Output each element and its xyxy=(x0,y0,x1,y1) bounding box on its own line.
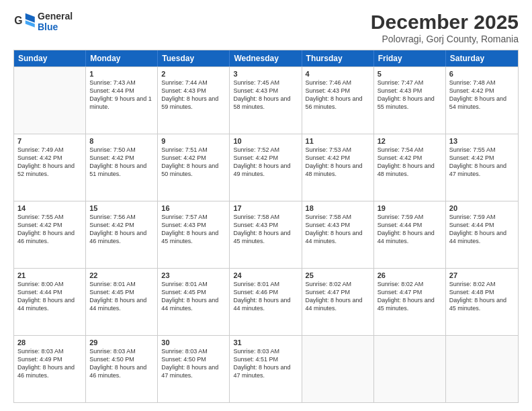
calendar-cell: 23Sunrise: 8:01 AMSunset: 4:45 PMDayligh… xyxy=(158,269,230,335)
day-number: 20 xyxy=(449,204,515,212)
cell-details: Sunrise: 8:03 AMSunset: 4:50 PMDaylight:… xyxy=(161,347,226,380)
day-number: 24 xyxy=(233,271,298,279)
cell-details: Sunrise: 7:48 AMSunset: 4:42 PMDaylight:… xyxy=(449,79,515,111)
day-number: 1 xyxy=(89,70,154,78)
day-number: 10 xyxy=(233,137,298,145)
calendar-cell: 3Sunrise: 7:45 AMSunset: 4:43 PMDaylight… xyxy=(230,67,302,134)
calendar-cell xyxy=(446,336,518,402)
cell-details: Sunrise: 7:45 AMSunset: 4:43 PMDaylight:… xyxy=(233,79,298,111)
calendar-cell: 4Sunrise: 7:46 AMSunset: 4:43 PMDaylight… xyxy=(302,67,374,134)
header-day-tuesday: Tuesday xyxy=(158,50,230,66)
day-number: 28 xyxy=(17,338,82,347)
header-day-monday: Monday xyxy=(86,50,158,66)
logo: G General Blue xyxy=(13,11,73,32)
day-number: 22 xyxy=(89,271,154,279)
calendar-cell: 30Sunrise: 8:03 AMSunset: 4:50 PMDayligh… xyxy=(158,336,230,402)
cell-details: Sunrise: 8:01 AMSunset: 4:45 PMDaylight:… xyxy=(89,280,154,313)
cell-details: Sunrise: 7:54 AMSunset: 4:42 PMDaylight:… xyxy=(378,146,442,179)
calendar-cell: 21Sunrise: 8:00 AMSunset: 4:44 PMDayligh… xyxy=(14,269,86,335)
cell-details: Sunrise: 7:57 AMSunset: 4:43 PMDaylight:… xyxy=(161,213,226,246)
cell-details: Sunrise: 7:44 AMSunset: 4:43 PMDaylight:… xyxy=(161,79,226,111)
day-number: 7 xyxy=(17,137,82,145)
day-number: 19 xyxy=(378,204,442,212)
day-number: 8 xyxy=(89,137,154,145)
day-number: 9 xyxy=(161,137,226,145)
header-day-thursday: Thursday xyxy=(302,50,374,66)
day-number: 30 xyxy=(161,338,226,347)
subtitle: Polovragi, Gorj County, Romania xyxy=(371,34,519,44)
cell-details: Sunrise: 7:56 AMSunset: 4:42 PMDaylight:… xyxy=(89,213,154,246)
header: G General Blue December 2025 Polovragi, … xyxy=(13,11,519,44)
calendar-cell: 2Sunrise: 7:44 AMSunset: 4:43 PMDaylight… xyxy=(158,67,230,134)
page: G General Blue December 2025 Polovragi, … xyxy=(0,0,532,411)
cell-details: Sunrise: 7:51 AMSunset: 4:42 PMDaylight:… xyxy=(161,146,226,179)
cell-details: Sunrise: 8:01 AMSunset: 4:45 PMDaylight:… xyxy=(161,280,226,313)
cell-details: Sunrise: 7:59 AMSunset: 4:44 PMDaylight:… xyxy=(449,213,515,246)
calendar-cell: 20Sunrise: 7:59 AMSunset: 4:44 PMDayligh… xyxy=(446,201,518,268)
day-number: 13 xyxy=(449,137,515,145)
calendar-body: 1Sunrise: 7:43 AMSunset: 4:44 PMDaylight… xyxy=(14,66,518,402)
calendar-week-5: 28Sunrise: 8:03 AMSunset: 4:49 PMDayligh… xyxy=(14,335,518,402)
calendar-cell: 16Sunrise: 7:57 AMSunset: 4:43 PMDayligh… xyxy=(158,201,230,268)
header-day-friday: Friday xyxy=(374,50,446,66)
calendar-cell: 10Sunrise: 7:52 AMSunset: 4:42 PMDayligh… xyxy=(230,134,302,201)
calendar-cell: 14Sunrise: 7:55 AMSunset: 4:42 PMDayligh… xyxy=(14,201,86,268)
cell-details: Sunrise: 7:49 AMSunset: 4:42 PMDaylight:… xyxy=(17,146,82,179)
cell-details: Sunrise: 7:55 AMSunset: 4:42 PMDaylight:… xyxy=(449,146,515,179)
header-day-sunday: Sunday xyxy=(14,50,86,66)
day-number: 26 xyxy=(378,271,442,279)
calendar: SundayMondayTuesdayWednesdayThursdayFrid… xyxy=(13,50,519,403)
cell-details: Sunrise: 7:58 AMSunset: 4:43 PMDaylight:… xyxy=(306,213,370,246)
cell-details: Sunrise: 7:58 AMSunset: 4:43 PMDaylight:… xyxy=(233,213,298,246)
calendar-week-4: 21Sunrise: 8:00 AMSunset: 4:44 PMDayligh… xyxy=(14,268,518,335)
calendar-cell: 8Sunrise: 7:50 AMSunset: 4:42 PMDaylight… xyxy=(86,134,158,201)
calendar-cell xyxy=(302,336,374,402)
day-number: 3 xyxy=(233,70,298,78)
calendar-cell: 15Sunrise: 7:56 AMSunset: 4:42 PMDayligh… xyxy=(86,201,158,268)
title-block: December 2025 Polovragi, Gorj County, Ro… xyxy=(371,11,519,44)
calendar-cell: 29Sunrise: 8:03 AMSunset: 4:50 PMDayligh… xyxy=(86,336,158,402)
day-number: 31 xyxy=(233,338,298,347)
day-number: 21 xyxy=(17,271,82,279)
logo-icon: G xyxy=(13,12,35,31)
calendar-cell: 5Sunrise: 7:47 AMSunset: 4:43 PMDaylight… xyxy=(374,67,446,134)
day-number: 17 xyxy=(233,204,298,212)
calendar-cell: 18Sunrise: 7:58 AMSunset: 4:43 PMDayligh… xyxy=(302,201,374,268)
day-number: 25 xyxy=(306,271,370,279)
calendar-cell: 27Sunrise: 8:02 AMSunset: 4:48 PMDayligh… xyxy=(446,269,518,335)
cell-details: Sunrise: 8:03 AMSunset: 4:49 PMDaylight:… xyxy=(17,347,82,380)
day-number: 16 xyxy=(161,204,226,212)
day-number: 5 xyxy=(378,70,442,78)
logo-text: General Blue xyxy=(38,11,73,32)
main-title: December 2025 xyxy=(371,11,519,34)
day-number: 6 xyxy=(449,70,515,78)
cell-details: Sunrise: 7:50 AMSunset: 4:42 PMDaylight:… xyxy=(89,146,154,179)
calendar-cell: 31Sunrise: 8:03 AMSunset: 4:51 PMDayligh… xyxy=(230,336,302,402)
cell-details: Sunrise: 7:47 AMSunset: 4:43 PMDaylight:… xyxy=(378,79,442,111)
calendar-cell: 1Sunrise: 7:43 AMSunset: 4:44 PMDaylight… xyxy=(86,67,158,134)
day-number: 12 xyxy=(378,137,442,145)
calendar-cell: 13Sunrise: 7:55 AMSunset: 4:42 PMDayligh… xyxy=(446,134,518,201)
cell-details: Sunrise: 8:00 AMSunset: 4:44 PMDaylight:… xyxy=(17,280,82,313)
day-number: 29 xyxy=(89,338,154,347)
calendar-cell: 28Sunrise: 8:03 AMSunset: 4:49 PMDayligh… xyxy=(14,336,86,402)
calendar-header-row: SundayMondayTuesdayWednesdayThursdayFrid… xyxy=(14,50,518,66)
cell-details: Sunrise: 8:02 AMSunset: 4:47 PMDaylight:… xyxy=(378,280,442,313)
day-number: 27 xyxy=(449,271,515,279)
cell-details: Sunrise: 7:59 AMSunset: 4:44 PMDaylight:… xyxy=(378,213,442,246)
calendar-cell: 17Sunrise: 7:58 AMSunset: 4:43 PMDayligh… xyxy=(230,201,302,268)
cell-details: Sunrise: 7:55 AMSunset: 4:42 PMDaylight:… xyxy=(17,213,82,246)
cell-details: Sunrise: 8:02 AMSunset: 4:48 PMDaylight:… xyxy=(449,280,515,313)
cell-details: Sunrise: 8:01 AMSunset: 4:46 PMDaylight:… xyxy=(233,280,298,313)
day-number: 11 xyxy=(306,137,370,145)
calendar-week-2: 7Sunrise: 7:49 AMSunset: 4:42 PMDaylight… xyxy=(14,134,518,201)
calendar-cell: 6Sunrise: 7:48 AMSunset: 4:42 PMDaylight… xyxy=(446,67,518,134)
calendar-cell: 22Sunrise: 8:01 AMSunset: 4:45 PMDayligh… xyxy=(86,269,158,335)
calendar-week-1: 1Sunrise: 7:43 AMSunset: 4:44 PMDaylight… xyxy=(14,66,518,134)
calendar-cell: 9Sunrise: 7:51 AMSunset: 4:42 PMDaylight… xyxy=(158,134,230,201)
day-number: 23 xyxy=(161,271,226,279)
cell-details: Sunrise: 8:03 AMSunset: 4:50 PMDaylight:… xyxy=(89,347,154,380)
calendar-cell: 25Sunrise: 8:02 AMSunset: 4:47 PMDayligh… xyxy=(302,269,374,335)
svg-text:G: G xyxy=(14,15,22,26)
day-number: 14 xyxy=(17,204,82,212)
